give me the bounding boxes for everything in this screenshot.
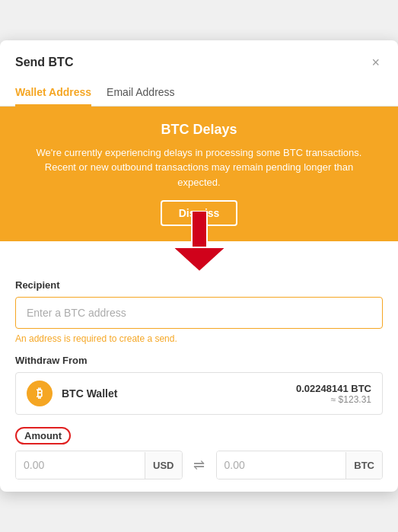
- modal-header: Send BTC ×: [0, 40, 398, 72]
- btc-currency-label: BTC: [345, 452, 382, 479]
- amount-label: Amount: [15, 427, 71, 444]
- recipient-input[interactable]: [15, 297, 383, 329]
- wallet-row: ₿ BTC Wallet 0.02248141 BTC ≈ $123.31: [15, 372, 383, 415]
- amount-row: USD ⇌ BTC: [15, 451, 383, 479]
- swap-currency-button[interactable]: ⇌: [189, 457, 210, 473]
- svg-rect-4: [193, 212, 205, 247]
- btc-amount-input[interactable]: [217, 451, 346, 479]
- btc-delays-banner: BTC Delays We're currently experiencing …: [0, 107, 398, 242]
- wallet-balance: 0.02248141 BTC ≈ $123.31: [296, 383, 371, 405]
- close-button[interactable]: ×: [368, 53, 383, 72]
- recipient-label: Recipient: [15, 279, 383, 291]
- modal-title: Send BTC: [15, 56, 73, 69]
- tabs-container: Wallet Address Email Address: [0, 72, 398, 107]
- wallet-btc-balance: 0.02248141 BTC: [296, 383, 371, 394]
- usd-input-group: USD: [15, 451, 183, 479]
- svg-marker-5: [175, 248, 224, 269]
- swap-icon: ⇌: [193, 457, 205, 473]
- send-btc-modal: Send BTC × Wallet Address Email Address …: [0, 40, 398, 492]
- tab-email-address[interactable]: Email Address: [107, 80, 174, 107]
- amount-section: Amount USD ⇌ BTC: [15, 427, 383, 479]
- recipient-error: An address is required to create a send.: [15, 333, 383, 344]
- withdraw-label: Withdraw From: [15, 355, 383, 366]
- arrow-down-icon: [173, 211, 226, 272]
- wallet-name: BTC Wallet: [62, 387, 296, 400]
- tab-wallet-address[interactable]: Wallet Address: [15, 80, 91, 107]
- banner-body: We're currently experiencing delays in p…: [23, 145, 375, 190]
- usd-currency-label: USD: [145, 452, 181, 479]
- usd-amount-input[interactable]: [16, 451, 145, 479]
- banner-title: BTC Delays: [23, 122, 375, 138]
- wallet-usd-balance: ≈ $123.31: [296, 394, 371, 405]
- amount-label-wrapper: Amount: [15, 427, 383, 444]
- btc-input-group: BTC: [216, 451, 384, 479]
- red-arrow-indicator: [173, 211, 226, 272]
- btc-wallet-icon: ₿: [27, 381, 53, 406]
- modal-content: Recipient An address is required to crea…: [0, 241, 398, 492]
